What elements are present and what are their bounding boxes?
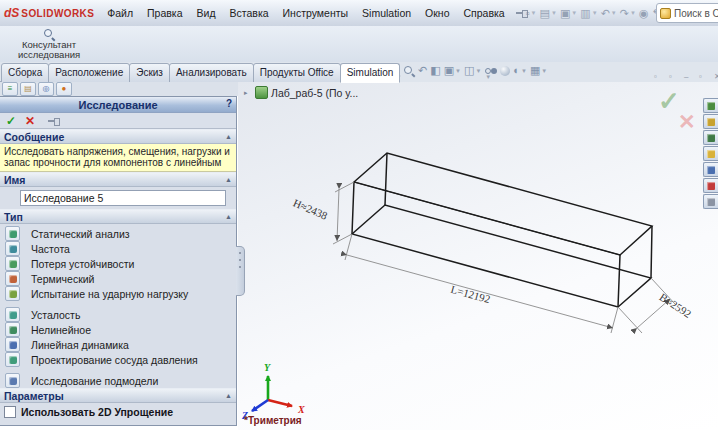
menu-item[interactable]: Инструменты — [276, 1, 355, 25]
dimension-height-label: H≈2438 — [291, 197, 329, 222]
menu-item[interactable]: Simulation — [355, 1, 418, 25]
restore-window-icon[interactable]: ▫ — [669, 65, 679, 74]
name-section-body — [0, 187, 236, 209]
save-icon[interactable]: ▣ ▼ — [560, 7, 577, 19]
buckling-icon — [5, 256, 20, 271]
menu-item[interactable]: Файл — [100, 1, 140, 25]
name-section-header[interactable]: Имя ▲ — [0, 172, 236, 187]
fatigue-icon — [5, 307, 20, 322]
coordinate-triad: Y X Z — [241, 362, 305, 421]
logo-mark-icon: dS — [4, 6, 19, 20]
graphics-viewport[interactable]: ▸ Лаб_раб-5 (По у... ✓ ✕ — [238, 82, 718, 430]
maximize-window-icon[interactable]: ▫ — [699, 65, 709, 74]
study-type-thermal[interactable]: Термический — [0, 271, 236, 286]
menu-item[interactable]: Окно — [418, 1, 456, 25]
dropdown-caret-icon: ▼ — [571, 10, 577, 16]
study-type-pressure-vessel[interactable]: Проектирование сосуда давления — [0, 352, 236, 367]
use-2d-simplification-checkbox[interactable] — [4, 406, 16, 418]
tab-simulation[interactable]: Simulation — [340, 63, 401, 83]
simulation-manager-icon[interactable]: ● — [56, 82, 72, 96]
tab-assembly[interactable]: Сборка — [1, 63, 49, 83]
redo-icon[interactable]: ↷ ▼ — [620, 7, 636, 19]
main-menu: ФайлПравкаВидВставкаИнструментыSimulatio… — [100, 1, 511, 25]
tab-evaluate[interactable]: Анализировать — [169, 63, 254, 83]
study-type-frequency[interactable]: Частота — [0, 241, 236, 256]
print-icon[interactable]: ▥ ▼ — [580, 7, 597, 19]
feature-manager-tree-icon[interactable]: ≡ — [2, 82, 18, 96]
menu-item[interactable]: Справка — [456, 1, 511, 25]
rebuild-icon[interactable]: ◉ ▼ — [639, 7, 649, 19]
type-section-header[interactable]: Тип ▲ — [0, 209, 236, 224]
study-name-input[interactable] — [20, 190, 226, 206]
message-text: Исследовать напряжения, смещения, нагруз… — [0, 144, 236, 172]
cancel-button[interactable]: ✕ — [25, 115, 35, 127]
apply-scene-icon[interactable]: ◐ ▼ — [513, 64, 527, 77]
view-orientation-label: *Триметрия — [244, 415, 302, 426]
tab-sketch[interactable]: Эскиз — [129, 63, 170, 83]
collapse-arrow-icon: ▲ — [225, 176, 232, 183]
tab-layout[interactable]: Расположение — [48, 63, 130, 83]
previous-view-icon[interactable]: ↶ ▼ — [418, 64, 427, 77]
axis-y-label: Y — [264, 362, 271, 373]
panel-header: Исследование ? — [0, 97, 236, 113]
parameters-section-body: Использовать 2D Упрощение — [0, 403, 236, 418]
menu-item[interactable]: Вставка — [223, 1, 276, 25]
collapse-arrow-icon: ▲ — [225, 213, 232, 220]
study-type-fatigue[interactable]: Усталость — [0, 307, 236, 322]
box-back-edges — [354, 182, 620, 255]
message-section-header[interactable]: Сообщение ▲ — [0, 129, 236, 144]
tab-office-products[interactable]: Продукты Office — [253, 63, 341, 83]
study-type-nonlinear[interactable]: Нелинейное — [0, 322, 236, 337]
parameters-section-header[interactable]: Параметры ▲ — [0, 388, 236, 403]
new-document-icon[interactable]: ▫ ▼ — [526, 7, 537, 19]
view-settings-icon[interactable]: ▦ ▼ — [530, 64, 547, 77]
dropdown-caret-icon: ▼ — [485, 74, 491, 80]
static-analysis-icon — [5, 226, 20, 241]
dropdown-caret-icon: ▼ — [521, 68, 527, 74]
study-advisor-button[interactable]: Консультант исследования — [2, 27, 96, 62]
help-button[interactable]: ? — [226, 98, 232, 109]
zoom-area-icon[interactable]: ▼ — [403, 65, 415, 77]
command-tabs: СборкаРасположениеЭскизАнализироватьПрод… — [1, 63, 399, 83]
dropdown-caret-icon: ▼ — [551, 10, 557, 16]
study-type-buckling[interactable]: Потеря устойчивости — [0, 256, 236, 271]
close-window-icon[interactable]: ✕ — [714, 65, 718, 74]
search-input[interactable]: Поиск в Сп — [674, 8, 718, 19]
logo-word: SOLIDWORKS — [21, 8, 94, 19]
minimize-window-icon[interactable]: – — [684, 65, 694, 74]
undo-icon[interactable]: ↶ ▼ — [601, 7, 617, 19]
study-type-submodeling[interactable]: Исследование подмодели — [0, 373, 236, 388]
checkbox-label: Использовать 2D Упрощение — [21, 406, 173, 418]
dropdown-caret-icon: ▼ — [455, 68, 461, 74]
frequency-icon — [5, 241, 20, 256]
drop-test-icon — [5, 286, 20, 301]
document-window-controls: ▫▫–▫✕ — [654, 65, 718, 74]
dropdown-caret-icon: ▼ — [592, 10, 598, 16]
section-view-icon[interactable]: ◧ ▼ — [430, 64, 440, 77]
panel-splitter-handle[interactable] — [236, 246, 245, 296]
help-search-box[interactable]: Поиск в Сп — [656, 3, 718, 23]
search-flyout-icon[interactable] — [660, 8, 671, 19]
box-edges — [352, 153, 652, 307]
menu-item[interactable]: Правка — [140, 1, 189, 25]
tab-band: СборкаРасположениеЭскизАнализироватьПрод… — [0, 62, 718, 82]
dropdown-caret-icon: ▼ — [475, 68, 481, 74]
nonlinear-icon — [5, 322, 20, 337]
ok-button[interactable]: ✓ — [6, 115, 16, 127]
window-menu-icon[interactable]: ▫ — [654, 65, 664, 74]
dropdown-caret-icon: ▼ — [541, 68, 547, 74]
view-orientation-icon[interactable]: ▣ ▼ — [444, 64, 461, 77]
hide-show-items-icon[interactable]: ▼ — [484, 65, 497, 76]
open-icon[interactable]: ▤ ▼ — [540, 7, 557, 19]
configuration-manager-icon[interactable]: ◎ — [38, 82, 54, 96]
panel-title: Исследование — [78, 99, 157, 111]
study-type-linear-dynamics[interactable]: Линейная динамика — [0, 337, 236, 352]
pin-button[interactable] — [48, 116, 60, 126]
property-manager-icon[interactable]: ▤ — [20, 82, 36, 96]
study-type-drop-test[interactable]: Испытание на ударную нагрузку — [0, 286, 236, 301]
study-type-static[interactable]: Статический анализ — [0, 226, 236, 241]
collapse-arrow-icon: ▲ — [225, 392, 232, 399]
menu-item[interactable]: Вид — [190, 1, 223, 25]
display-style-icon[interactable]: ◫ ▼ — [464, 64, 481, 77]
edit-appearance-icon[interactable]: ▼ — [500, 66, 510, 76]
